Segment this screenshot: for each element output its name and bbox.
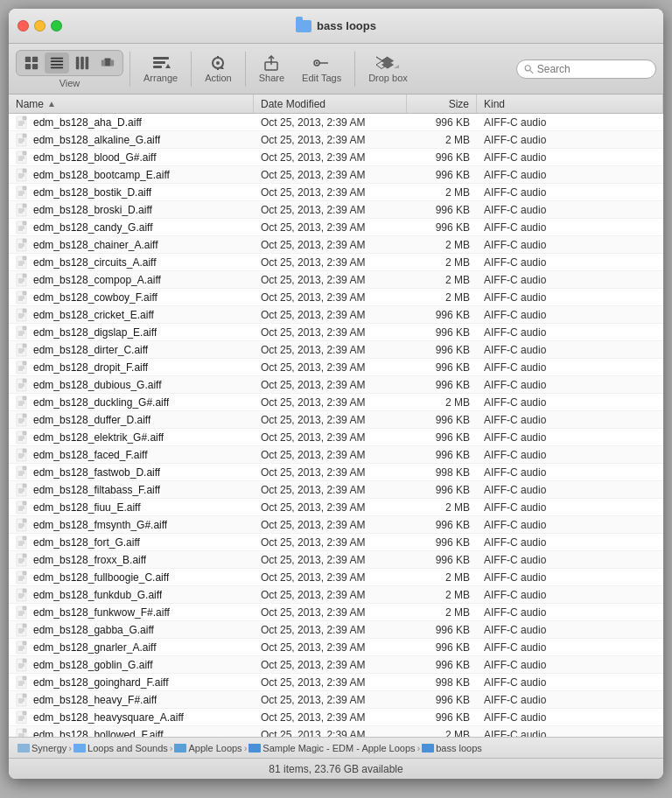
table-row[interactable]: edm_bs128_hollowed_F.aiff Oct 25, 2013, …: [9, 726, 663, 737]
file-name: edm_bs128_aha_D.aiff: [33, 116, 142, 129]
cell-kind: AIFF-C audio: [477, 641, 663, 654]
cell-date: Oct 25, 2013, 2:39 AM: [254, 571, 407, 584]
table-row[interactable]: edm_bs128_froxx_B.aiff Oct 25, 2013, 2:3…: [9, 551, 663, 569]
cell-name: edm_bs128_dirter_C.aiff: [9, 343, 254, 357]
view-list-button[interactable]: [45, 52, 69, 74]
share-icon: [262, 55, 280, 71]
breadcrumb-sep: ›: [417, 743, 421, 753]
breadcrumb-item[interactable]: bass loops: [422, 743, 482, 753]
breadcrumb-folder-icon: [422, 744, 434, 752]
cell-date: Oct 25, 2013, 2:39 AM: [254, 449, 407, 461]
aiff-icon: [16, 710, 30, 724]
cell-name: edm_bs128_bostik_D.aiff: [9, 186, 254, 200]
table-row[interactable]: edm_bs128_dirter_C.aiff Oct 25, 2013, 2:…: [9, 341, 663, 359]
breadcrumb-item[interactable]: Sample Magic - EDM - Apple Loops: [248, 743, 415, 753]
cell-name: edm_bs128_duffer_D.aiff: [9, 413, 254, 427]
file-name: edm_bs128_hollowed_F.aiff: [33, 729, 164, 738]
table-row[interactable]: edm_bs128_fastwob_D.aiff Oct 25, 2013, 2…: [9, 464, 663, 481]
table-row[interactable]: edm_bs128_elektrik_G#.aiff Oct 25, 2013,…: [9, 429, 663, 446]
cell-date: Oct 25, 2013, 2:39 AM: [254, 694, 407, 706]
search-box[interactable]: [516, 60, 656, 79]
col-header-size[interactable]: Size: [407, 94, 477, 113]
search-input[interactable]: [537, 63, 648, 75]
table-row[interactable]: edm_bs128_goinghard_F.aiff Oct 25, 2013,…: [9, 674, 663, 691]
aiff-icon: [16, 413, 30, 427]
breadcrumb-item[interactable]: Synergy: [18, 743, 66, 753]
view-columns-button[interactable]: [70, 52, 94, 74]
table-row[interactable]: edm_bs128_bostik_D.aiff Oct 25, 2013, 2:…: [9, 184, 663, 201]
cell-date: Oct 25, 2013, 2:39 AM: [254, 641, 407, 654]
cell-size: 998 KB: [407, 466, 477, 479]
table-row[interactable]: edm_bs128_cowboy_F.aiff Oct 25, 2013, 2:…: [9, 289, 663, 306]
file-name: edm_bs128_gabba_G.aiff: [33, 624, 154, 636]
svg-marker-17: [165, 64, 171, 68]
table-row[interactable]: edm_bs128_fiuu_E.aiff Oct 25, 2013, 2:39…: [9, 499, 663, 516]
cell-date: Oct 25, 2013, 2:39 AM: [254, 134, 407, 146]
file-name: edm_bs128_dirter_C.aiff: [33, 344, 148, 356]
table-row[interactable]: edm_bs128_duffer_D.aiff Oct 25, 2013, 2:…: [9, 411, 663, 429]
cell-size: 996 KB: [407, 711, 477, 724]
arrange-button[interactable]: Arrange: [136, 52, 185, 86]
cell-size: 2 MB: [407, 501, 477, 514]
svg-rect-5: [51, 60, 63, 62]
file-name: edm_bs128_duckling_G#.aiff: [33, 396, 169, 409]
col-header-name[interactable]: Name ▲: [9, 94, 254, 113]
table-row[interactable]: edm_bs128_heavy_F#.aiff Oct 25, 2013, 2:…: [9, 691, 663, 709]
table-row[interactable]: edm_bs128_dropit_F.aiff Oct 25, 2013, 2:…: [9, 359, 663, 376]
table-row[interactable]: edm_bs128_digslap_E.aiff Oct 25, 2013, 2…: [9, 324, 663, 341]
table-row[interactable]: edm_bs128_circuits_A.aiff Oct 25, 2013, …: [9, 254, 663, 271]
edit-tags-button[interactable]: Edit Tags: [295, 52, 348, 86]
table-row[interactable]: edm_bs128_blood_G#.aiff Oct 25, 2013, 2:…: [9, 149, 663, 166]
dropbox-icon: [376, 55, 399, 71]
table-row[interactable]: edm_bs128_fmsynth_G#.aiff Oct 25, 2013, …: [9, 516, 663, 534]
table-row[interactable]: edm_bs128_gnarler_A.aiff Oct 25, 2013, 2…: [9, 639, 663, 656]
table-row[interactable]: edm_bs128_fullboogie_C.aiff Oct 25, 2013…: [9, 569, 663, 586]
cell-name: edm_bs128_cowboy_F.aiff: [9, 290, 254, 304]
col-header-kind[interactable]: Kind: [477, 94, 663, 113]
minimize-button[interactable]: [34, 20, 46, 32]
table-row[interactable]: edm_bs128_faced_F.aiff Oct 25, 2013, 2:3…: [9, 446, 663, 464]
svg-point-26: [315, 61, 317, 63]
table-row[interactable]: edm_bs128_filtabass_F.aiff Oct 25, 2013,…: [9, 481, 663, 499]
table-row[interactable]: edm_bs128_duckling_G#.aiff Oct 25, 2013,…: [9, 394, 663, 411]
cell-name: edm_bs128_dubious_G.aiff: [9, 378, 254, 392]
breadcrumb-item[interactable]: Apple Loops: [174, 743, 242, 753]
table-row[interactable]: edm_bs128_alkaline_G.aiff Oct 25, 2013, …: [9, 131, 663, 149]
table-row[interactable]: edm_bs128_funkwow_F#.aiff Oct 25, 2013, …: [9, 604, 663, 621]
table-row[interactable]: edm_bs128_funkdub_G.aiff Oct 25, 2013, 2…: [9, 586, 663, 604]
share-button[interactable]: Share: [252, 52, 291, 86]
table-row[interactable]: edm_bs128_heavysquare_A.aiff Oct 25, 201…: [9, 709, 663, 726]
view-coverflow-button[interactable]: [95, 52, 120, 74]
cell-name: edm_bs128_dropit_F.aiff: [9, 360, 254, 374]
dropbox-button[interactable]: Drop box: [361, 52, 415, 86]
cell-kind: AIFF-C audio: [477, 554, 663, 566]
cell-date: Oct 25, 2013, 2:39 AM: [254, 309, 407, 321]
table-row[interactable]: edm_bs128_cricket_E.aiff Oct 25, 2013, 2…: [9, 306, 663, 324]
table-row[interactable]: edm_bs128_gabba_G.aiff Oct 25, 2013, 2:3…: [9, 621, 663, 639]
col-header-date[interactable]: Date Modified: [254, 94, 407, 113]
breadcrumb-sep: ›: [170, 743, 173, 753]
table-row[interactable]: edm_bs128_chainer_A.aiff Oct 25, 2013, 2…: [9, 236, 663, 254]
table-row[interactable]: edm_bs128_fort_G.aiff Oct 25, 2013, 2:39…: [9, 534, 663, 551]
svg-marker-30: [394, 65, 399, 68]
table-row[interactable]: edm_bs128_goblin_G.aiff Oct 25, 2013, 2:…: [9, 656, 663, 674]
table-row[interactable]: edm_bs128_candy_G.aiff Oct 25, 2013, 2:3…: [9, 219, 663, 236]
table-row[interactable]: edm_bs128_broski_D.aiff Oct 25, 2013, 2:…: [9, 201, 663, 219]
view-label: View: [60, 78, 80, 88]
table-row[interactable]: edm_bs128_aha_D.aiff Oct 25, 2013, 2:39 …: [9, 114, 663, 131]
aiff-icon: [16, 308, 30, 322]
file-name: edm_bs128_bootcamp_E.aiff: [33, 169, 170, 181]
close-button[interactable]: [18, 20, 29, 32]
sort-arrow: ▲: [47, 99, 56, 108]
table-row[interactable]: edm_bs128_bootcamp_E.aiff Oct 25, 2013, …: [9, 166, 663, 184]
maximize-button[interactable]: [51, 20, 62, 32]
breadcrumb-label: Sample Magic - EDM - Apple Loops: [262, 743, 415, 753]
breadcrumb-label: Synergy: [32, 743, 66, 753]
breadcrumb-item[interactable]: Loops and Sounds: [74, 743, 168, 753]
file-name: edm_bs128_fmsynth_G#.aiff: [33, 519, 167, 531]
table-row[interactable]: edm_bs128_dubious_G.aiff Oct 25, 2013, 2…: [9, 376, 663, 394]
table-row[interactable]: edm_bs128_compop_A.aiff Oct 25, 2013, 2:…: [9, 271, 663, 289]
view-icon-button[interactable]: [19, 52, 44, 74]
action-button[interactable]: Action: [198, 52, 239, 86]
cell-size: 996 KB: [407, 204, 477, 216]
